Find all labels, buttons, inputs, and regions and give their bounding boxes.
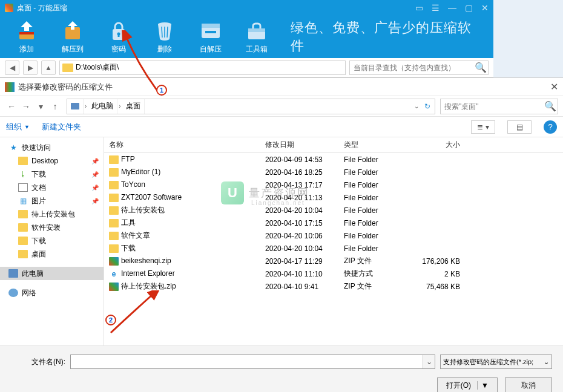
file-row[interactable]: 待上传安装包.zip2020-04-10 9:41ZIP 文件75,468 KB	[104, 280, 563, 293]
crumb-desktop[interactable]: 桌面	[122, 99, 145, 114]
search-icon[interactable]: 🔍	[473, 62, 488, 73]
extract-icon	[61, 20, 85, 42]
column-headers[interactable]: 名称 修改日期 类型 大小	[104, 137, 563, 153]
search-input[interactable]	[350, 64, 473, 72]
minimize-icon[interactable]: —	[448, 3, 456, 13]
help-button[interactable]: ?	[544, 120, 557, 134]
chevron-right-icon[interactable]: ›	[84, 103, 88, 109]
tree-node-Desktop[interactable]: Desktop📌	[0, 154, 104, 168]
close-icon[interactable]: ✕	[481, 3, 489, 13]
dialog-close-button[interactable]: ✕	[550, 81, 558, 93]
file-row[interactable]: 下载2020-04-20 10:04File Folder	[104, 242, 563, 255]
file-row[interactable]: FTP2020-04-09 14:53File Folder	[104, 153, 563, 166]
svg-rect-17	[248, 28, 265, 32]
file-row[interactable]: MyEditor (1)2020-04-16 18:25File Folder	[104, 166, 563, 178]
titlebar: 桌面 - 万能压缩 ▭ ☰ — ▢ ✕	[0, 0, 493, 16]
file-row[interactable]: ZXT2007 Software2020-04-20 11:13File Fol…	[104, 191, 563, 204]
tree-node-网络[interactable]: 网络	[0, 286, 104, 299]
extract-button[interactable]: 解压到	[61, 20, 85, 54]
search-icon[interactable]: 🔍	[543, 100, 558, 112]
filetype-filter[interactable]: 支持修改密码的压缩文件(*.zip; ⌄	[440, 354, 552, 369]
view-preview-button[interactable]: ▤	[507, 120, 532, 134]
path-input[interactable]	[76, 64, 345, 72]
back-button[interactable]: ←	[5, 100, 18, 113]
svg-rect-15	[205, 31, 216, 33]
add-button[interactable]: 添加	[15, 20, 39, 54]
crumb-pc[interactable]: 此电脑	[88, 99, 117, 114]
tree-node-下载[interactable]: ⭳下载📌	[0, 168, 104, 181]
filename-input[interactable]	[71, 355, 423, 368]
app-window: 桌面 - 万能压缩 ▭ ☰ — ▢ ✕ 添加 解压到 密码 删除 自解压	[0, 0, 493, 77]
trash-icon	[153, 20, 177, 42]
open-split-icon[interactable]: ▼	[477, 381, 492, 390]
chevron-right-icon[interactable]: ›	[117, 103, 122, 109]
dialog-body: ★快速访问Desktop📌⭳下载📌文档📌▦图片📌待上传安装包软件安装下载桌面此电…	[0, 137, 563, 345]
toolbox-button[interactable]: 工具箱	[245, 20, 269, 54]
tree-node-待上传安装包[interactable]: 待上传安装包	[0, 207, 104, 221]
nav-fwd-button[interactable]: ▶	[23, 60, 38, 75]
chevron-down-icon[interactable]: ⌄	[423, 355, 435, 368]
menu-icon[interactable]: ☰	[432, 3, 440, 13]
up-button[interactable]: ↑	[48, 100, 62, 113]
dialog-title: 选择要修改密码的压缩文件	[18, 82, 113, 93]
file-row[interactable]: 工具2020-04-10 17:15File Folder	[104, 217, 563, 229]
refresh-button[interactable]: ↻	[420, 102, 435, 111]
breadcrumb[interactable]: › 此电脑 › 桌面 ⌄ ↻	[67, 99, 435, 114]
tree-node-快速访问[interactable]: ★快速访问	[0, 141, 104, 154]
maximize-icon[interactable]: ▢	[465, 3, 473, 13]
filename-label: 文件名(N):	[11, 357, 65, 367]
chat-icon[interactable]: ▭	[415, 3, 423, 13]
zip-icon	[109, 257, 119, 266]
search-box[interactable]: 🔍	[349, 60, 489, 75]
folder-icon	[109, 181, 119, 189]
organize-menu[interactable]: 组织 ▼	[6, 122, 30, 132]
file-row[interactable]: eInternet Explorer2020-04-10 11:10快捷方式2 …	[104, 267, 563, 280]
col-type[interactable]: 类型	[339, 140, 404, 150]
svg-rect-2	[19, 32, 34, 34]
open-button[interactable]: 打开(O)▼	[437, 377, 498, 392]
file-row[interactable]: beikeshenqi.zip2020-04-17 11:29ZIP 文件176…	[104, 255, 563, 267]
nav-up-button[interactable]: ▲	[41, 60, 56, 75]
password-button[interactable]: 密码	[107, 20, 131, 54]
svg-line-10	[162, 27, 162, 38]
file-row[interactable]: 软件文章2020-04-20 10:06File Folder	[104, 229, 563, 242]
tree-node-软件安装[interactable]: 软件安装	[0, 221, 104, 234]
app-icon	[5, 4, 13, 12]
dialog-icon	[5, 82, 15, 92]
recent-button[interactable]: ▾	[34, 100, 47, 113]
col-name[interactable]: 名称	[104, 140, 260, 150]
ie-icon: e	[109, 270, 119, 278]
folder-icon	[109, 168, 119, 177]
file-row[interactable]: 待上传安装包2020-04-20 10:04File Folder	[104, 204, 563, 217]
file-dialog: 选择要修改密码的压缩文件 ✕ ← → ▾ ↑ › 此电脑 › 桌面 ⌄ ↻ 🔍 …	[0, 77, 563, 392]
view-list-button[interactable]: ≣ ▾	[471, 120, 495, 134]
pin-icon: 📌	[91, 198, 99, 204]
chevron-down-icon[interactable]: ⌄	[413, 103, 420, 109]
fwd-button[interactable]: →	[19, 100, 33, 113]
file-row[interactable]: ToYcon2020-04-13 17:17File Folder	[104, 178, 563, 191]
tree-node-图片[interactable]: ▦图片📌	[0, 194, 104, 207]
tree-node-此电脑[interactable]: 此电脑	[0, 267, 104, 280]
tree-node-桌面[interactable]: 桌面	[0, 247, 104, 261]
address-bar[interactable]	[59, 60, 346, 75]
folder-icon	[109, 206, 119, 215]
svg-rect-8	[118, 34, 120, 37]
annotation-badge-1: 1	[156, 85, 167, 96]
folder-icon	[18, 157, 28, 165]
delete-button[interactable]: 删除	[153, 20, 177, 54]
tree-node-文档[interactable]: 文档📌	[0, 181, 104, 194]
col-date[interactable]: 修改日期	[260, 140, 339, 150]
slogan: 绿色、免费、广告少的压缩软件	[291, 19, 479, 55]
folder-tree[interactable]: ★快速访问Desktop📌⭳下载📌文档📌▦图片📌待上传安装包软件安装下载桌面此电…	[0, 137, 104, 345]
nav-back-button[interactable]: ◀	[5, 60, 19, 75]
new-folder-button[interactable]: 新建文件夹	[42, 122, 81, 132]
cancel-button[interactable]: 取消	[505, 377, 552, 392]
dialog-search-input[interactable]	[441, 102, 543, 111]
dialog-search[interactable]: 🔍	[440, 99, 558, 114]
sfx-button[interactable]: 自解压	[199, 20, 223, 54]
col-size[interactable]: 大小	[404, 140, 465, 150]
filename-combo[interactable]: ⌄	[70, 354, 435, 369]
tree-node-下载[interactable]: 下载	[0, 234, 104, 247]
svg-marker-0	[21, 21, 33, 31]
pc-icon[interactable]	[67, 99, 84, 114]
